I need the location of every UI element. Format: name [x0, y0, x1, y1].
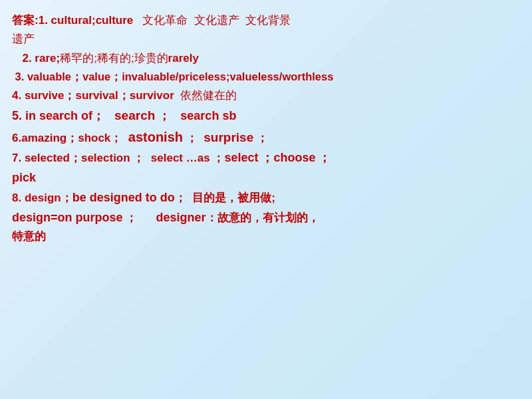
item-7-pick: pick: [12, 172, 36, 184]
item-8b: design=on purpose ； designer：故意的，有计划的，: [12, 211, 319, 224]
answer-line-8: 8. design；be designed to do； 目的是，被用做;: [12, 189, 519, 207]
answer-line-8b: design=on purpose ； designer：故意的，有计划的，: [12, 209, 519, 227]
answer-line-2: 2. rare;稀罕的;稀有的;珍贵的rarely: [16, 50, 519, 67]
answer-line-1: 答案:1. cultural;culture 文化革命 文化遗产 文化背景: [12, 12, 519, 29]
item-1-cont: 遗产: [12, 33, 35, 45]
answer-line-6: 6.amazing；shock； astonish ； surprise ；: [12, 127, 519, 148]
answer-line-7: 7. selected；selection ； select …as ；sele…: [12, 149, 519, 168]
label-answer: 答案:: [12, 14, 39, 27]
answer-line-1b: 遗产: [12, 31, 519, 48]
content-area: 答案:1. cultural;culture 文化革命 文化遗产 文化背景 遗产…: [0, 0, 532, 399]
item-2: 2. rare;稀罕的;稀有的;珍贵的rarely: [16, 52, 199, 65]
answer-line-4: 4. survive；survival；survivor 依然健在的: [12, 87, 519, 104]
answer-line-7b: pick: [12, 169, 519, 188]
item-7: 7. selected；selection ； select …as ；sele…: [12, 152, 331, 164]
item-5: 5. in search of； search ； search sb: [12, 110, 236, 122]
answer-line-5: 5. in search of； search ； search sb: [12, 106, 519, 126]
item-8a: 8. design；be designed to do； 目的是，被用做;: [12, 192, 275, 204]
answer-line-3: 3. valuable；value；invaluable/priceless;v…: [12, 68, 519, 86]
item-1: 1. cultural;culture 文化革命 文化遗产 文化背景: [39, 14, 291, 27]
item-8c: 特意的: [12, 230, 46, 243]
item-3: 3. valuable；value；invaluable/priceless;v…: [12, 70, 333, 82]
item-4: 4. survive；survival；survivor 依然健在的: [12, 89, 237, 102]
item-6: 6.amazing；shock； astonish ； surprise ；: [12, 132, 268, 144]
answer-line-8c: 特意的: [12, 228, 519, 245]
